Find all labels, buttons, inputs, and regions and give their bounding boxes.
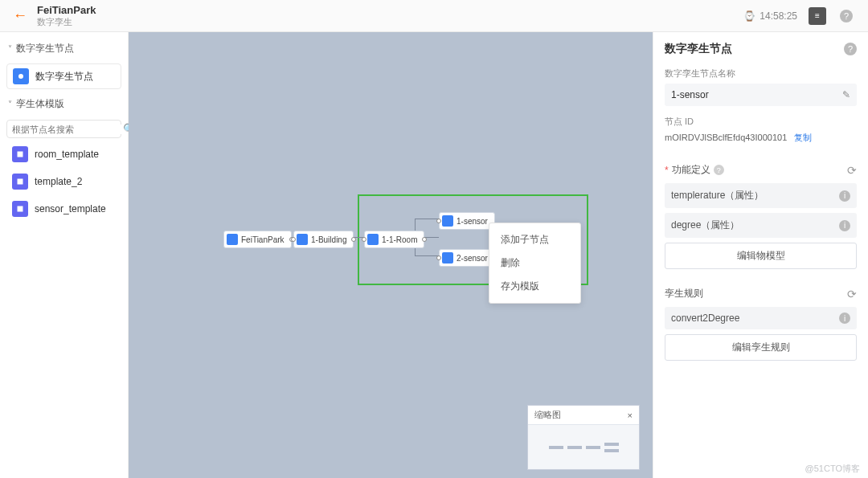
property-label: templerature（属性） — [671, 189, 764, 202]
watermark: @51CTO博客 — [805, 463, 860, 475]
menu-item-add-child[interactable]: 添加子节点 — [489, 228, 580, 251]
info-icon[interactable]: i — [839, 313, 850, 324]
node-label: FeiTianPark — [241, 235, 285, 244]
menu-item-save-template[interactable]: 存为模版 — [489, 275, 580, 298]
edit-model-button[interactable]: 编辑物模型 — [665, 243, 857, 269]
node-room[interactable]: 1-1-Room — [364, 231, 424, 248]
port[interactable] — [351, 237, 356, 242]
section-label: 数字孪生节点 — [16, 42, 74, 55]
clock: ⌚ 14:58:25 — [743, 10, 797, 22]
panel-title: 数字孪生节点 — [665, 42, 732, 56]
left-sidebar: ˅ 数字孪生节点 数字孪生节点 ˅ 孪生体模版 🔍 room_template … — [0, 32, 129, 478]
context-menu: 添加子节点 删除 存为模版 — [489, 223, 581, 304]
template-label: template_2 — [35, 176, 82, 187]
node-icon — [227, 234, 238, 245]
copy-link[interactable]: 复制 — [794, 133, 812, 142]
node-feitianpark[interactable]: FeiTianPark — [223, 231, 292, 248]
minimap[interactable]: 缩略图 × — [527, 405, 640, 470]
refresh-icon[interactable]: ⟳ — [847, 164, 857, 177]
template-icon — [12, 146, 28, 162]
edit-rules-button[interactable]: 编辑孪生规则 — [665, 334, 857, 361]
menu-item-delete[interactable]: 删除 — [489, 251, 580, 275]
minimap-body — [528, 425, 639, 469]
svg-rect-3 — [18, 206, 23, 212]
section-label: 孪生体模版 — [16, 97, 64, 111]
help-icon[interactable]: ? — [837, 7, 855, 25]
top-header: ← FeiTianPark 数字孪生 ⌚ 14:58:25 ≡ ? — [0, 0, 868, 32]
port[interactable] — [291, 237, 296, 242]
template-label: room_template — [35, 149, 99, 160]
node-sensor-2[interactable]: 2-sensor — [439, 249, 495, 267]
node-icon — [442, 215, 453, 227]
page-subtitle: 数字孪生 — [37, 16, 96, 28]
info-icon[interactable]: i — [839, 190, 850, 202]
close-icon[interactable]: × — [628, 411, 633, 420]
help-icon[interactable]: ? — [714, 165, 724, 175]
template-item-room[interactable]: room_template — [6, 142, 121, 166]
rule-label: convert2Degree — [671, 313, 739, 324]
minimap-header: 缩略图 × — [528, 406, 639, 425]
node-building[interactable]: 1-Building — [293, 231, 354, 248]
section-label: 孪生规则 — [665, 287, 703, 300]
name-value: 1-sensor — [671, 89, 709, 100]
chevron-down-icon: ˅ — [8, 44, 12, 53]
node-label: 1-sensor — [457, 217, 488, 226]
edit-icon[interactable]: ✎ — [842, 89, 850, 100]
template-icon — [12, 174, 28, 190]
node-id-value: mOIRDVJlSBclfEfdq43I000101 — [665, 133, 787, 142]
clock-time: 14:58:25 — [760, 10, 797, 22]
edge — [415, 219, 439, 219]
node-label: 1-Building — [311, 235, 346, 244]
property-label: degree（属性） — [671, 219, 739, 232]
edge — [415, 255, 439, 256]
node-sensor-1[interactable]: 1-sensor — [439, 212, 495, 230]
template-item-2[interactable]: template_2 — [6, 170, 121, 194]
node-label: 2-sensor — [457, 254, 488, 263]
name-label: 数字孪生节点名称 — [665, 67, 857, 80]
info-icon[interactable]: i — [839, 220, 850, 231]
page-title: FeiTianPark — [37, 4, 96, 16]
help-icon[interactable]: ? — [844, 43, 857, 55]
node-icon — [297, 234, 308, 245]
list-icon[interactable]: ≡ — [809, 7, 826, 25]
rule-row[interactable]: convert2Degree i — [665, 307, 857, 329]
name-field[interactable]: 1-sensor ✎ — [665, 84, 857, 106]
node-icon — [442, 252, 453, 264]
svg-point-0 — [18, 74, 23, 79]
port[interactable] — [422, 237, 427, 242]
section-rules: 孪生规则 ⟳ — [665, 287, 857, 300]
property-row[interactable]: degree（属性） i — [665, 213, 857, 238]
section-digital-twin-nodes[interactable]: ˅ 数字孪生节点 — [0, 37, 128, 60]
template-search[interactable]: 🔍 — [6, 120, 121, 138]
node-label: 1-1-Room — [382, 235, 417, 244]
graph-canvas[interactable]: FeiTianPark 1-Building 1-1-Room 1-sensor… — [129, 32, 653, 478]
template-label: sensor_template — [35, 203, 106, 214]
section-templates[interactable]: ˅ 孪生体模版 — [0, 92, 128, 116]
minimap-title: 缩略图 — [534, 409, 561, 421]
section-label: 功能定义 — [672, 163, 710, 177]
port[interactable] — [436, 255, 441, 260]
search-input[interactable] — [12, 125, 123, 134]
tree-item-twin-node[interactable]: 数字孪生节点 — [6, 63, 121, 89]
back-arrow-icon[interactable]: ← — [13, 7, 27, 24]
panel-title-row: 数字孪生节点 ? — [665, 42, 857, 56]
tree-item-label: 数字孪生节点 — [35, 70, 93, 84]
node-icon — [367, 234, 379, 245]
port[interactable] — [362, 237, 366, 242]
property-row[interactable]: templerature（属性） i — [665, 183, 857, 208]
svg-rect-1 — [18, 152, 23, 157]
properties-panel: 数字孪生节点 ? 数字孪生节点名称 1-sensor ✎ 节点 ID mOIRD… — [653, 32, 868, 478]
required-mark: * — [665, 165, 669, 176]
template-icon — [12, 201, 28, 217]
template-item-sensor[interactable]: sensor_template — [6, 197, 121, 221]
refresh-icon[interactable]: ⟳ — [847, 288, 857, 300]
clock-icon: ⌚ — [743, 10, 755, 22]
node-id-row: mOIRDVJlSBclfEfdq43I000101 复制 — [665, 132, 857, 144]
section-function-def: * 功能定义 ? ⟳ — [665, 163, 857, 177]
node-icon — [13, 68, 29, 84]
svg-rect-2 — [18, 179, 23, 185]
chevron-down-icon: ˅ — [8, 100, 12, 108]
header-right: ⌚ 14:58:25 ≡ ? — [743, 7, 855, 25]
port[interactable] — [436, 219, 441, 223]
title-block: FeiTianPark 数字孪生 — [37, 4, 96, 28]
